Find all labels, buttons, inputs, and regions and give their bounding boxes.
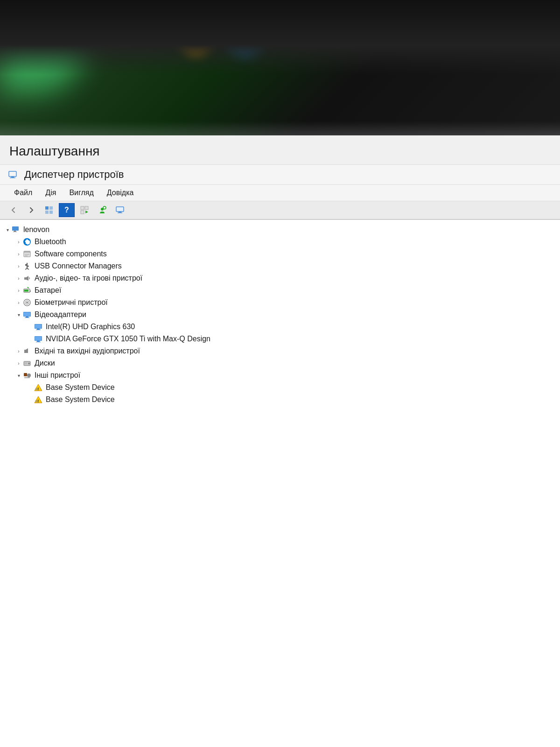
- software-icon: [22, 249, 32, 259]
- svg-rect-39: [25, 317, 29, 318]
- tree-item-video[interactable]: ▾ Відеоадаптери: [0, 309, 560, 321]
- bluetooth-icon: ⬢: [22, 237, 32, 247]
- svg-point-55: [27, 374, 31, 377]
- svg-point-35: [26, 302, 28, 303]
- svg-rect-42: [37, 329, 40, 330]
- tree-item-base-system-2[interactable]: ! Base System Device: [0, 394, 560, 406]
- base-system-1-label: Base System Device: [46, 383, 115, 392]
- chevron-biometric: ›: [15, 299, 22, 306]
- chevron-disks: ›: [15, 359, 22, 367]
- svg-rect-62: [35, 400, 38, 402]
- chevron-usb: ›: [15, 262, 22, 270]
- biometric-label: Біометричні пристрої: [35, 298, 108, 307]
- tree-item-biometric[interactable]: › Біометричні пристрої: [0, 296, 560, 309]
- settings-title-bar: Налаштування: [0, 135, 560, 165]
- svg-rect-56: [24, 377, 30, 378]
- warning-icon-2: !: [34, 395, 43, 404]
- svg-rect-54: [24, 373, 27, 376]
- biometric-icon: [22, 298, 32, 307]
- disks-label: Диски: [35, 359, 55, 367]
- other-icon: [22, 371, 32, 380]
- svg-rect-8: [85, 206, 88, 210]
- chevron-base-2: [26, 396, 34, 403]
- svg-rect-59: [35, 388, 38, 390]
- audio-io-icon: [22, 346, 32, 356]
- svg-marker-10: [85, 211, 88, 213]
- svg-rect-5: [45, 211, 49, 214]
- back-button[interactable]: [6, 203, 21, 217]
- software-label: Software components: [35, 250, 107, 258]
- svg-rect-43: [36, 330, 41, 330]
- svg-rect-14: [116, 207, 124, 211]
- svg-rect-28: [28, 266, 29, 267]
- menu-view[interactable]: Вигляд: [63, 187, 100, 199]
- chevron-audio-io: ›: [15, 347, 22, 355]
- device-manager-title: Диспетчер пристроїв: [24, 169, 124, 181]
- chevron-software: ›: [15, 250, 22, 258]
- disk-icon: [22, 359, 32, 368]
- svg-rect-2: [10, 177, 15, 178]
- usb-label: USB Connector Managers: [35, 262, 122, 270]
- driver-update-button[interactable]: [77, 203, 92, 217]
- device-manager-bar: Диспетчер пристроїв: [0, 165, 560, 185]
- tree-item-software[interactable]: › Software components: [0, 248, 560, 260]
- menu-action[interactable]: Дія: [39, 187, 63, 199]
- svg-rect-46: [37, 341, 40, 342]
- nvidia-label: NVIDIA GeForce GTX 1050 Ti with Max-Q De…: [46, 335, 210, 343]
- tree-item-lenovo[interactable]: ▾ lenovon: [0, 224, 560, 236]
- other-label: Інші пристрої: [35, 371, 80, 380]
- chevron-base-1: [26, 384, 34, 391]
- base-system-2-label: Base System Device: [46, 395, 115, 404]
- monitor-button[interactable]: [112, 203, 128, 217]
- svg-rect-3: [45, 206, 49, 210]
- menu-file[interactable]: Файл: [7, 187, 39, 199]
- tree-item-usb[interactable]: › USB Connector Managers: [0, 260, 560, 272]
- device-settings-button[interactable]: [94, 203, 110, 217]
- svg-rect-7: [81, 206, 84, 210]
- tree-item-audio[interactable]: › Аудіо-, відео- та ігрові пристрої: [0, 272, 560, 284]
- tree-item-disks[interactable]: › Диски: [0, 357, 560, 369]
- video-label: Відеоадаптери: [35, 310, 86, 319]
- svg-rect-45: [35, 337, 42, 340]
- tree-item-other[interactable]: ▾ Інші пристрої: [0, 369, 560, 381]
- svg-rect-47: [36, 342, 41, 342]
- device-list-button[interactable]: [41, 203, 57, 217]
- forward-button[interactable]: [23, 203, 39, 217]
- tree-item-base-system-1[interactable]: ! Base System Device: [0, 381, 560, 394]
- svg-rect-37: [24, 312, 30, 316]
- menu-bar: Файл Дія Вигляд Довідка: [0, 185, 560, 201]
- svg-rect-38: [26, 317, 28, 317]
- svg-rect-32: [24, 290, 28, 292]
- chevron-lenovo: ▾: [4, 226, 11, 233]
- svg-rect-16: [118, 212, 122, 213]
- svg-rect-41: [35, 324, 42, 328]
- properties-button[interactable]: ?: [59, 203, 75, 217]
- audio-label: Аудіо-, відео- та ігрові пристрої: [35, 274, 142, 282]
- battery-label: Батареї: [35, 286, 61, 295]
- tree-item-nvidia[interactable]: NVIDIA GeForce GTX 1050 Ti with Max-Q De…: [0, 333, 560, 345]
- svg-rect-48: [24, 350, 26, 353]
- tree-item-audio-io[interactable]: › Вхідні та вихідні аудіопристрої: [0, 345, 560, 357]
- tree-item-battery[interactable]: › Батареї: [0, 284, 560, 296]
- lenovo-label: lenovon: [23, 226, 49, 234]
- svg-rect-9: [81, 211, 84, 214]
- tree-item-bluetooth[interactable]: › ⬢ Bluetooth: [0, 236, 560, 248]
- chevron-audio: ›: [15, 275, 22, 282]
- usb-icon: [22, 261, 32, 271]
- menu-help[interactable]: Довідка: [100, 187, 140, 199]
- chevron-nvidia: [26, 335, 34, 343]
- svg-rect-4: [49, 206, 53, 210]
- screen-content: Налаштування Диспетчер пристроїв Файл Ді…: [0, 135, 560, 747]
- svg-rect-6: [49, 211, 53, 214]
- settings-title: Налаштування: [9, 144, 551, 159]
- svg-rect-17: [12, 226, 19, 231]
- svg-rect-0: [9, 171, 16, 176]
- svg-rect-18: [14, 231, 16, 232]
- toolbar: ?: [0, 201, 560, 220]
- display-icon-1: [34, 322, 43, 331]
- device-manager-icon: [7, 169, 18, 180]
- tree-item-intel-uhd[interactable]: Intel(R) UHD Graphics 630: [0, 321, 560, 333]
- svg-rect-23: [24, 251, 30, 253]
- chevron-battery: ›: [15, 287, 22, 294]
- svg-rect-19: [13, 232, 17, 232]
